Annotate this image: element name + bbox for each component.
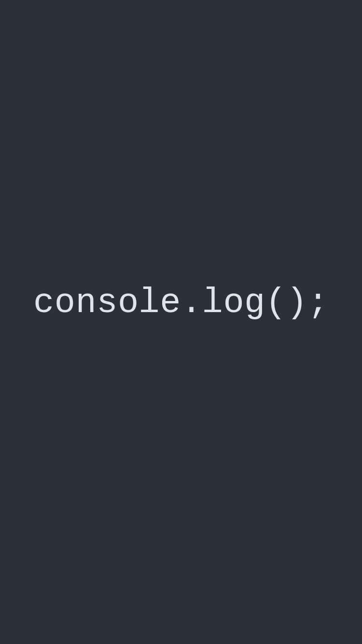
code-snippet: console.log();: [33, 283, 329, 323]
